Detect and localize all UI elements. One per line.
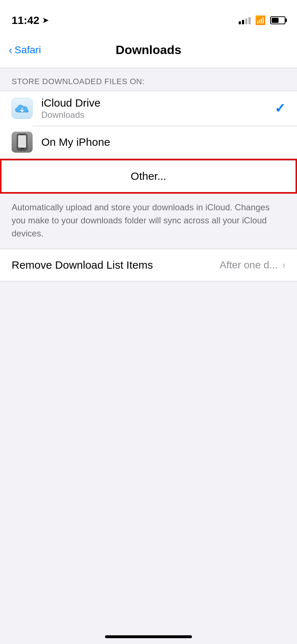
location-icon: ➤: [42, 16, 49, 25]
icloud-drive-content: iCloud Drive Downloads: [41, 97, 275, 120]
list-item-iphone[interactable]: On My iPhone: [0, 126, 297, 158]
svg-rect-2: [20, 148, 24, 149]
iphone-content: On My iPhone: [41, 136, 285, 148]
time-display: 11:42: [12, 14, 39, 26]
nav-bar: ‹ Safari Downloads: [0, 32, 297, 68]
chevron-right-icon: ›: [282, 259, 285, 271]
iphone-title: On My iPhone: [41, 136, 285, 148]
bottom-area: [0, 281, 297, 593]
back-button[interactable]: ‹ Safari: [9, 44, 41, 56]
icloud-checkmark: ✓: [275, 101, 285, 116]
wifi-icon: 📶: [255, 15, 266, 25]
other-button-highlight: Other...: [0, 159, 297, 194]
remove-download-label: Remove Download List Items: [12, 259, 219, 271]
list-item-icloud[interactable]: iCloud Drive Downloads ✓: [0, 91, 297, 126]
remove-download-group: Remove Download List Items After one d..…: [0, 249, 297, 281]
icloud-drive-icon: [12, 98, 33, 119]
signal-icon: [239, 16, 251, 24]
remove-download-value: After one d...: [219, 259, 277, 271]
iphone-icon: [12, 132, 33, 153]
storage-options-list: iCloud Drive Downloads ✓ On My iPhone: [0, 91, 297, 159]
page-title: Downloads: [116, 43, 181, 57]
section-header: STORE DOWNLOADED FILES ON:: [0, 68, 297, 91]
back-label: Safari: [14, 44, 41, 56]
home-indicator: [105, 635, 192, 638]
svg-rect-1: [18, 135, 26, 148]
other-button-label: Other...: [131, 170, 166, 182]
svg-rect-3: [21, 135, 23, 135]
chevron-left-icon: ‹: [9, 44, 12, 56]
icloud-drive-title: iCloud Drive: [41, 97, 275, 109]
remove-download-row[interactable]: Remove Download List Items After one d..…: [0, 249, 297, 281]
description-section: Automatically upload and store your down…: [0, 194, 297, 249]
description-text: Automatically upload and store your down…: [12, 201, 285, 240]
other-button[interactable]: Other...: [1, 160, 296, 192]
status-time: 11:42 ➤: [12, 14, 49, 26]
status-bar: 11:42 ➤ 📶: [0, 0, 297, 32]
battery-icon: [270, 16, 285, 24]
status-right: 📶: [239, 15, 285, 25]
icloud-drive-subtitle: Downloads: [41, 110, 275, 120]
section-header-label: STORE DOWNLOADED FILES ON:: [12, 77, 145, 86]
